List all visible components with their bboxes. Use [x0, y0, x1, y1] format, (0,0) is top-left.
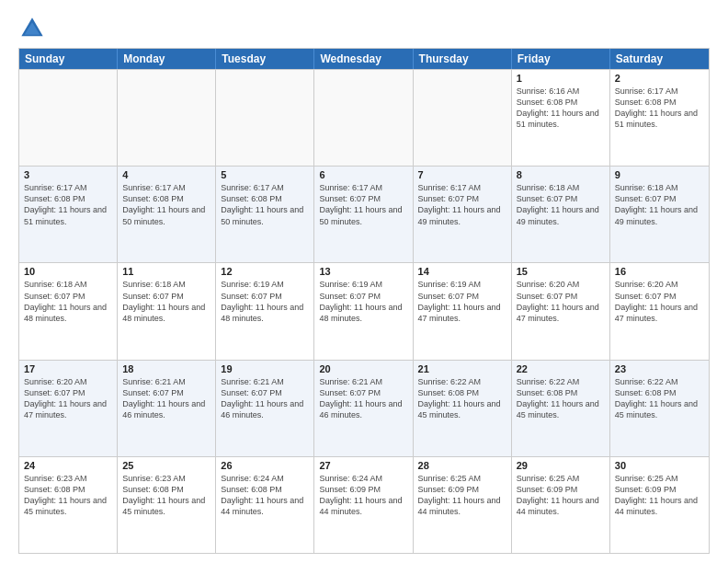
calendar-cell: 15Sunrise: 6:20 AM Sunset: 6:07 PM Dayli…	[512, 263, 610, 359]
calendar-cell: 13Sunrise: 6:19 AM Sunset: 6:07 PM Dayli…	[314, 263, 413, 359]
calendar-header-cell: Wednesday	[314, 49, 413, 69]
day-number: 26	[221, 460, 309, 471]
calendar-cell: 10Sunrise: 6:18 AM Sunset: 6:07 PM Dayli…	[19, 263, 118, 359]
calendar-cell: 25Sunrise: 6:23 AM Sunset: 6:08 PM Dayli…	[118, 457, 216, 553]
day-number: 13	[319, 266, 407, 277]
day-number: 6	[319, 169, 407, 180]
day-number: 19	[221, 363, 309, 374]
cell-info: Sunrise: 6:24 AM Sunset: 6:09 PM Dayligh…	[319, 473, 407, 518]
calendar-cell: 20Sunrise: 6:21 AM Sunset: 6:07 PM Dayli…	[314, 361, 413, 456]
cell-info: Sunrise: 6:19 AM Sunset: 6:07 PM Dayligh…	[221, 279, 309, 324]
cell-info: Sunrise: 6:21 AM Sunset: 6:07 PM Dayligh…	[319, 376, 407, 421]
calendar-cell	[216, 70, 314, 166]
day-number: 8	[517, 169, 605, 180]
cell-info: Sunrise: 6:19 AM Sunset: 6:07 PM Dayligh…	[418, 279, 506, 324]
day-number: 2	[615, 73, 704, 84]
day-number: 17	[24, 363, 112, 374]
calendar-cell: 2Sunrise: 6:17 AM Sunset: 6:08 PM Daylig…	[610, 70, 709, 166]
cell-info: Sunrise: 6:21 AM Sunset: 6:07 PM Dayligh…	[122, 376, 210, 421]
day-number: 1	[517, 73, 605, 84]
calendar-cell: 18Sunrise: 6:21 AM Sunset: 6:07 PM Dayli…	[118, 361, 216, 456]
cell-info: Sunrise: 6:24 AM Sunset: 6:08 PM Dayligh…	[221, 473, 309, 518]
cell-info: Sunrise: 6:18 AM Sunset: 6:07 PM Dayligh…	[122, 279, 210, 324]
calendar-cell: 21Sunrise: 6:22 AM Sunset: 6:08 PM Dayli…	[414, 361, 512, 456]
calendar-cell: 29Sunrise: 6:25 AM Sunset: 6:09 PM Dayli…	[512, 457, 610, 553]
cell-info: Sunrise: 6:25 AM Sunset: 6:09 PM Dayligh…	[517, 473, 605, 518]
calendar-header-cell: Tuesday	[216, 49, 314, 69]
calendar-header-cell: Thursday	[414, 49, 512, 69]
cell-info: Sunrise: 6:23 AM Sunset: 6:08 PM Dayligh…	[122, 473, 210, 518]
calendar-cell: 12Sunrise: 6:19 AM Sunset: 6:07 PM Dayli…	[216, 263, 314, 359]
day-number: 20	[319, 363, 407, 374]
calendar-row: 10Sunrise: 6:18 AM Sunset: 6:07 PM Dayli…	[19, 262, 709, 359]
cell-info: Sunrise: 6:17 AM Sunset: 6:08 PM Dayligh…	[221, 182, 309, 227]
page: SundayMondayTuesdayWednesdayThursdayFrid…	[0, 0, 728, 563]
calendar-header-row: SundayMondayTuesdayWednesdayThursdayFrid…	[19, 49, 709, 69]
calendar-cell: 22Sunrise: 6:22 AM Sunset: 6:08 PM Dayli…	[512, 361, 610, 456]
day-number: 15	[517, 266, 605, 277]
cell-info: Sunrise: 6:25 AM Sunset: 6:09 PM Dayligh…	[615, 473, 704, 518]
calendar-header-cell: Saturday	[610, 49, 709, 69]
cell-info: Sunrise: 6:22 AM Sunset: 6:08 PM Dayligh…	[615, 376, 704, 421]
calendar-cell	[414, 70, 512, 166]
calendar-cell: 11Sunrise: 6:18 AM Sunset: 6:07 PM Dayli…	[118, 263, 216, 359]
cell-info: Sunrise: 6:19 AM Sunset: 6:07 PM Dayligh…	[319, 279, 407, 324]
cell-info: Sunrise: 6:20 AM Sunset: 6:07 PM Dayligh…	[517, 279, 605, 324]
cell-info: Sunrise: 6:16 AM Sunset: 6:08 PM Dayligh…	[517, 86, 605, 131]
day-number: 18	[122, 363, 210, 374]
calendar-header-cell: Sunday	[19, 49, 118, 69]
day-number: 25	[122, 460, 210, 471]
day-number: 14	[418, 266, 506, 277]
calendar-cell	[118, 70, 216, 166]
logo	[18, 15, 50, 42]
day-number: 3	[24, 169, 112, 180]
header	[18, 15, 710, 42]
cell-info: Sunrise: 6:18 AM Sunset: 6:07 PM Dayligh…	[517, 182, 605, 227]
calendar-cell: 5Sunrise: 6:17 AM Sunset: 6:08 PM Daylig…	[216, 167, 314, 262]
cell-info: Sunrise: 6:17 AM Sunset: 6:08 PM Dayligh…	[615, 86, 704, 131]
calendar-cell: 23Sunrise: 6:22 AM Sunset: 6:08 PM Dayli…	[610, 361, 709, 456]
calendar-row: 3Sunrise: 6:17 AM Sunset: 6:08 PM Daylig…	[19, 166, 709, 262]
day-number: 24	[24, 460, 112, 471]
calendar-header-cell: Friday	[512, 49, 610, 69]
calendar-cell: 30Sunrise: 6:25 AM Sunset: 6:09 PM Dayli…	[610, 457, 709, 553]
cell-info: Sunrise: 6:22 AM Sunset: 6:08 PM Dayligh…	[517, 376, 605, 421]
calendar-cell: 6Sunrise: 6:17 AM Sunset: 6:07 PM Daylig…	[314, 167, 413, 262]
calendar-cell: 14Sunrise: 6:19 AM Sunset: 6:07 PM Dayli…	[414, 263, 512, 359]
cell-info: Sunrise: 6:17 AM Sunset: 6:08 PM Dayligh…	[122, 182, 210, 227]
calendar-cell: 9Sunrise: 6:18 AM Sunset: 6:07 PM Daylig…	[610, 167, 709, 262]
calendar-cell: 19Sunrise: 6:21 AM Sunset: 6:07 PM Dayli…	[216, 361, 314, 456]
cell-info: Sunrise: 6:23 AM Sunset: 6:08 PM Dayligh…	[24, 473, 112, 518]
cell-info: Sunrise: 6:20 AM Sunset: 6:07 PM Dayligh…	[615, 279, 704, 324]
calendar-row: 1Sunrise: 6:16 AM Sunset: 6:08 PM Daylig…	[19, 69, 709, 166]
day-number: 29	[517, 460, 605, 471]
day-number: 7	[418, 169, 506, 180]
cell-info: Sunrise: 6:21 AM Sunset: 6:07 PM Dayligh…	[221, 376, 309, 421]
calendar-body: 1Sunrise: 6:16 AM Sunset: 6:08 PM Daylig…	[19, 69, 709, 553]
day-number: 4	[122, 169, 210, 180]
calendar-cell: 28Sunrise: 6:25 AM Sunset: 6:09 PM Dayli…	[414, 457, 512, 553]
day-number: 9	[615, 169, 704, 180]
day-number: 11	[122, 266, 210, 277]
calendar-cell: 24Sunrise: 6:23 AM Sunset: 6:08 PM Dayli…	[19, 457, 118, 553]
calendar-cell: 4Sunrise: 6:17 AM Sunset: 6:08 PM Daylig…	[118, 167, 216, 262]
calendar-cell: 26Sunrise: 6:24 AM Sunset: 6:08 PM Dayli…	[216, 457, 314, 553]
calendar-row: 17Sunrise: 6:20 AM Sunset: 6:07 PM Dayli…	[19, 360, 709, 456]
day-number: 28	[418, 460, 506, 471]
calendar-cell	[314, 70, 413, 166]
day-number: 27	[319, 460, 407, 471]
day-number: 10	[24, 266, 112, 277]
day-number: 30	[615, 460, 704, 471]
calendar: SundayMondayTuesdayWednesdayThursdayFrid…	[18, 48, 710, 554]
day-number: 5	[221, 169, 309, 180]
calendar-cell: 3Sunrise: 6:17 AM Sunset: 6:08 PM Daylig…	[19, 167, 118, 262]
cell-info: Sunrise: 6:17 AM Sunset: 6:08 PM Dayligh…	[24, 182, 112, 227]
day-number: 16	[615, 266, 704, 277]
cell-info: Sunrise: 6:25 AM Sunset: 6:09 PM Dayligh…	[418, 473, 506, 518]
calendar-cell: 16Sunrise: 6:20 AM Sunset: 6:07 PM Dayli…	[610, 263, 709, 359]
day-number: 12	[221, 266, 309, 277]
day-number: 22	[517, 363, 605, 374]
calendar-cell: 1Sunrise: 6:16 AM Sunset: 6:08 PM Daylig…	[512, 70, 610, 166]
cell-info: Sunrise: 6:20 AM Sunset: 6:07 PM Dayligh…	[24, 376, 112, 421]
cell-info: Sunrise: 6:18 AM Sunset: 6:07 PM Dayligh…	[24, 279, 112, 324]
